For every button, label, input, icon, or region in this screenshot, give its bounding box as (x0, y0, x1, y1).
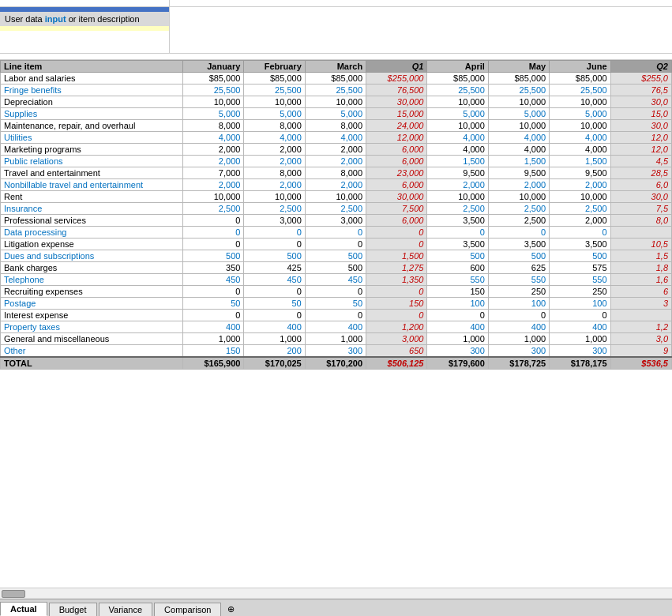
table-cell[interactable]: $85,000 (244, 73, 305, 85)
table-cell[interactable]: 4,000 (244, 132, 305, 144)
table-cell[interactable]: 12,0 (610, 132, 671, 144)
table-cell[interactable]: Nonbillable travel and entertainment (1, 179, 183, 191)
table-cell[interactable]: 200 (244, 345, 305, 358)
table-cell[interactable]: 3,500 (427, 215, 488, 227)
table-cell[interactable]: 15,000 (366, 108, 427, 120)
table-cell[interactable]: Marketing programs (1, 144, 183, 156)
table-cell[interactable]: 0 (183, 286, 244, 298)
table-cell[interactable]: 150 (427, 286, 488, 298)
table-cell[interactable]: 2,000 (183, 179, 244, 191)
table-cell[interactable]: 1,000 (305, 333, 366, 345)
table-cell[interactable]: 2,000 (305, 144, 366, 156)
table-cell[interactable]: 425 (244, 262, 305, 274)
table-cell[interactable]: 0 (305, 239, 366, 250)
table-cell[interactable]: Telephone (1, 274, 183, 286)
table-cell[interactable]: 0 (244, 227, 305, 239)
table-cell[interactable]: 50 (183, 298, 244, 310)
table-cell[interactable]: Other (1, 345, 183, 358)
table-cell[interactable]: 500 (244, 250, 305, 262)
table-cell[interactable]: 5,000 (183, 108, 244, 120)
table-cell[interactable]: 4,000 (550, 132, 610, 144)
table-cell[interactable]: 1,500 (550, 156, 610, 167)
table-cell[interactable]: 550 (550, 274, 610, 286)
table-cell[interactable]: 300 (550, 345, 610, 358)
table-cell[interactable]: 1,6 (610, 274, 671, 286)
table-cell[interactable]: 23,000 (366, 167, 427, 179)
table-cell[interactable]: 450 (244, 274, 305, 286)
table-cell[interactable]: 500 (550, 250, 610, 262)
table-cell[interactable]: 2,000 (550, 215, 610, 227)
table-cell[interactable]: 4,000 (427, 132, 488, 144)
table-cell[interactable]: 30,0 (610, 120, 671, 132)
table-cell[interactable]: Maintenance, repair, and overhaul (1, 120, 183, 132)
table-cell[interactable]: Interest expense (1, 310, 183, 321)
table-cell[interactable]: 2,000 (183, 156, 244, 167)
table-cell[interactable]: 12,000 (366, 132, 427, 144)
table-cell[interactable]: Postage (1, 298, 183, 310)
table-cell[interactable]: $85,000 (183, 73, 244, 85)
table-cell[interactable]: 0 (305, 310, 366, 321)
table-cell[interactable]: 15,0 (610, 108, 671, 120)
table-cell[interactable]: 4,000 (488, 132, 549, 144)
table-cell[interactable]: 6 (610, 286, 671, 298)
table-cell[interactable]: 0 (366, 286, 427, 298)
table-cell[interactable]: 400 (550, 321, 610, 333)
table-cell[interactable]: 550 (427, 274, 488, 286)
table-cell[interactable]: $85,000 (427, 73, 488, 85)
table-cell[interactable]: 50 (244, 298, 305, 310)
table-cell[interactable]: 6,000 (366, 179, 427, 191)
table-cell[interactable]: 3,0 (610, 333, 671, 345)
table-cell[interactable]: 2,500 (183, 203, 244, 215)
table-cell[interactable]: 450 (183, 274, 244, 286)
table-cell[interactable]: 9,500 (488, 167, 549, 179)
scroll-thumb[interactable] (2, 590, 25, 598)
table-cell[interactable]: Professional services (1, 215, 183, 227)
table-cell[interactable]: 30,000 (366, 191, 427, 203)
table-cell[interactable]: 1,500 (366, 250, 427, 262)
table-cell[interactable]: General and miscellaneous (1, 333, 183, 345)
table-cell[interactable]: 100 (488, 298, 549, 310)
table-cell[interactable]: 0 (244, 286, 305, 298)
table-cell[interactable]: 3,000 (244, 215, 305, 227)
table-cell[interactable]: 10,000 (488, 120, 549, 132)
table-cell[interactable]: 1,275 (366, 262, 427, 274)
table-cell[interactable]: 1,000 (183, 333, 244, 345)
table-cell[interactable]: 1,500 (488, 156, 549, 167)
table-cell[interactable]: 0 (183, 239, 244, 250)
table-cell[interactable]: 0 (244, 310, 305, 321)
table-cell[interactable]: 0 (550, 310, 610, 321)
table-cell[interactable]: Dues and subscriptions (1, 250, 183, 262)
table-cell[interactable]: 10,000 (488, 96, 549, 108)
table-cell[interactable]: Data processing (1, 227, 183, 239)
table-cell[interactable]: 4,000 (488, 144, 549, 156)
tab-variance[interactable]: Variance (99, 603, 153, 616)
table-cell[interactable]: 0 (305, 286, 366, 298)
table-cell[interactable]: 10,000 (427, 120, 488, 132)
table-cell[interactable]: 2,500 (305, 203, 366, 215)
table-cell[interactable]: 10,5 (610, 239, 671, 250)
table-cell[interactable]: 8,000 (305, 167, 366, 179)
table-cell[interactable]: 1,000 (550, 333, 610, 345)
table-cell[interactable]: Recruiting expenses (1, 286, 183, 298)
table-cell[interactable]: 2,500 (244, 203, 305, 215)
table-cell[interactable]: 400 (305, 321, 366, 333)
table-cell[interactable]: 3,500 (488, 239, 549, 250)
table-cell[interactable]: 0 (427, 310, 488, 321)
table-cell[interactable]: 8,000 (244, 167, 305, 179)
table-cell[interactable]: 625 (488, 262, 549, 274)
table-cell[interactable]: 25,500 (305, 85, 366, 96)
table-cell[interactable]: 400 (244, 321, 305, 333)
table-cell[interactable]: 575 (550, 262, 610, 274)
table-cell[interactable]: Bank charges (1, 262, 183, 274)
table-cell[interactable]: 550 (488, 274, 549, 286)
table-cell[interactable]: 2,000 (244, 144, 305, 156)
table-cell[interactable]: Public relations (1, 156, 183, 167)
table-cell[interactable]: 76,500 (366, 85, 427, 96)
table-cell[interactable]: 6,000 (366, 144, 427, 156)
table-cell[interactable]: 7,500 (366, 203, 427, 215)
table-cell[interactable]: 10,000 (550, 191, 610, 203)
table-cell[interactable]: 8,000 (244, 120, 305, 132)
table-cell[interactable]: Fringe benefits (1, 85, 183, 96)
table-cell[interactable]: 10,000 (244, 191, 305, 203)
table-cell[interactable]: 0 (366, 239, 427, 250)
